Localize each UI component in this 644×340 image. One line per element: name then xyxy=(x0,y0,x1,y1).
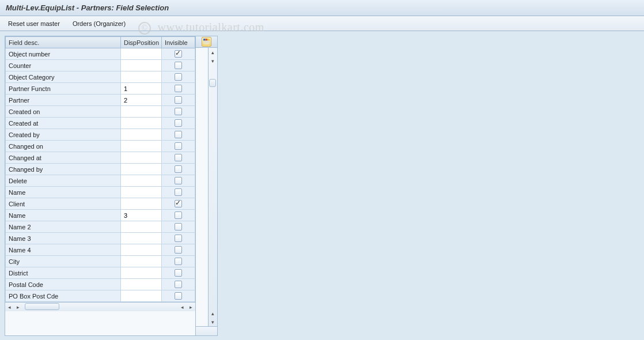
disp-position-input[interactable] xyxy=(121,129,161,140)
invisible-checkbox[interactable] xyxy=(175,85,182,92)
table-row[interactable]: Object Category xyxy=(6,71,195,83)
disp-position-input[interactable] xyxy=(121,60,161,71)
invisible-checkbox[interactable] xyxy=(175,119,182,127)
hscroll-left-icon[interactable]: ▸ xyxy=(14,303,22,311)
disp-position-input[interactable] xyxy=(121,221,161,232)
invisible-checkbox[interactable] xyxy=(175,292,182,300)
invisible-checkbox[interactable] xyxy=(175,50,182,58)
disp-position-input[interactable] xyxy=(121,279,161,290)
disp-position-input[interactable] xyxy=(121,290,161,301)
vscroll-down-icon[interactable]: ▾ xyxy=(209,318,217,326)
table-row[interactable]: Changed at xyxy=(6,152,195,164)
table-row[interactable]: Postal Code xyxy=(6,279,195,290)
invisible-checkbox[interactable] xyxy=(175,235,182,242)
invisible-cell xyxy=(161,164,195,175)
invisible-cell xyxy=(161,187,195,198)
invisible-checkbox[interactable] xyxy=(175,131,182,138)
invisible-checkbox[interactable] xyxy=(175,211,182,219)
invisible-checkbox[interactable] xyxy=(175,258,182,265)
field-desc-cell: Partner xyxy=(6,95,121,106)
table-row[interactable]: Partner Functn xyxy=(6,83,195,95)
table-row[interactable]: Client xyxy=(6,198,195,210)
vscroll-thumb[interactable] xyxy=(209,79,216,87)
invisible-checkbox[interactable] xyxy=(175,108,182,115)
orders-organizer-link[interactable]: Orders (Organizer) xyxy=(70,19,128,28)
disp-position-input[interactable] xyxy=(121,118,161,129)
disp-position-input[interactable] xyxy=(121,152,161,163)
table-row[interactable]: Name 3 xyxy=(6,233,195,244)
disp-position-input[interactable] xyxy=(121,244,161,255)
hscroll-right-icon[interactable]: ◂ xyxy=(178,303,187,311)
disp-position-input[interactable] xyxy=(121,198,161,209)
disp-position-input[interactable] xyxy=(121,187,161,198)
disp-position-input[interactable] xyxy=(121,106,161,117)
disp-position-input[interactable] xyxy=(121,71,161,82)
table-row[interactable]: Changed by xyxy=(6,164,195,175)
disp-position-input[interactable] xyxy=(121,48,161,59)
col-header-invisible[interactable]: Invisible xyxy=(161,37,195,48)
hscroll-last-icon[interactable]: ▸ xyxy=(187,303,195,311)
field-desc-cell: PO Box Post Cde xyxy=(6,290,121,302)
disp-position-input[interactable] xyxy=(121,95,161,105)
disp-position-input[interactable] xyxy=(121,141,161,152)
reset-user-master-link[interactable]: Reset user master xyxy=(6,19,62,28)
invisible-checkbox[interactable] xyxy=(175,154,182,161)
disp-position-cell xyxy=(120,221,161,233)
invisible-checkbox[interactable] xyxy=(175,142,182,150)
table-row[interactable]: Created at xyxy=(6,118,195,129)
vscroll-track[interactable] xyxy=(209,65,217,309)
table-row[interactable]: PO Box Post Cde xyxy=(6,290,195,302)
invisible-checkbox[interactable] xyxy=(175,246,182,254)
table-row[interactable]: Name xyxy=(6,187,195,198)
disp-position-input[interactable] xyxy=(121,175,161,186)
invisible-checkbox[interactable] xyxy=(175,188,182,196)
disp-position-cell xyxy=(120,60,161,71)
disp-position-input[interactable] xyxy=(121,210,161,221)
disp-position-input[interactable] xyxy=(121,256,161,267)
vscroll-up2-icon[interactable]: ▾ xyxy=(209,56,217,65)
invisible-cell xyxy=(161,256,195,267)
invisible-checkbox[interactable] xyxy=(175,177,182,184)
disp-position-cell xyxy=(120,187,161,198)
field-desc-cell: Name xyxy=(6,210,121,221)
invisible-checkbox[interactable] xyxy=(175,269,182,277)
hscroll-first-icon[interactable]: ◂ xyxy=(5,303,14,311)
table-settings-icon xyxy=(203,39,210,45)
invisible-checkbox[interactable] xyxy=(175,281,182,288)
v-scrollbar[interactable]: ▴ ▾ ▴ ▾ xyxy=(208,48,217,326)
invisible-cell xyxy=(161,95,195,106)
table-row[interactable]: Created by xyxy=(6,129,195,141)
table-row[interactable]: District xyxy=(6,267,195,279)
field-desc-cell: City xyxy=(6,256,121,267)
table-row[interactable]: Object number xyxy=(6,48,195,60)
invisible-checkbox[interactable] xyxy=(175,223,182,231)
table-row[interactable]: Name 4 xyxy=(6,244,195,256)
disp-position-input[interactable] xyxy=(121,83,161,94)
table-row[interactable]: Changed on xyxy=(6,141,195,152)
disp-position-input[interactable] xyxy=(121,233,161,244)
hscroll-thumb[interactable] xyxy=(25,303,59,310)
table-row[interactable]: Partner xyxy=(6,95,195,106)
col-header-disp-position[interactable]: DispPosition xyxy=(120,37,161,48)
table-settings-button[interactable] xyxy=(202,37,211,47)
invisible-checkbox[interactable] xyxy=(175,62,182,69)
table-row[interactable]: Counter xyxy=(6,60,195,71)
invisible-cell xyxy=(161,48,195,60)
table-row[interactable]: City xyxy=(6,256,195,267)
invisible-checkbox[interactable] xyxy=(175,200,182,207)
invisible-checkbox[interactable] xyxy=(175,165,182,173)
col-header-field-desc[interactable]: Field desc. xyxy=(6,37,121,48)
invisible-checkbox[interactable] xyxy=(175,73,182,81)
disp-position-input[interactable] xyxy=(121,267,161,278)
table-row[interactable]: Delete xyxy=(6,175,195,187)
table-row[interactable]: Name 2 xyxy=(6,221,195,233)
invisible-checkbox[interactable] xyxy=(175,96,182,104)
disp-position-input[interactable] xyxy=(121,164,161,175)
table-row[interactable]: Name xyxy=(6,210,195,221)
table-row[interactable]: Created on xyxy=(6,106,195,118)
vscroll-up-icon[interactable]: ▴ xyxy=(209,48,217,56)
invisible-cell xyxy=(161,118,195,129)
hscroll-track[interactable] xyxy=(22,303,178,311)
vscroll-down2-icon[interactable]: ▴ xyxy=(209,309,217,318)
h-scrollbar[interactable]: ◂ ▸ ◂ ▸ xyxy=(5,302,195,311)
